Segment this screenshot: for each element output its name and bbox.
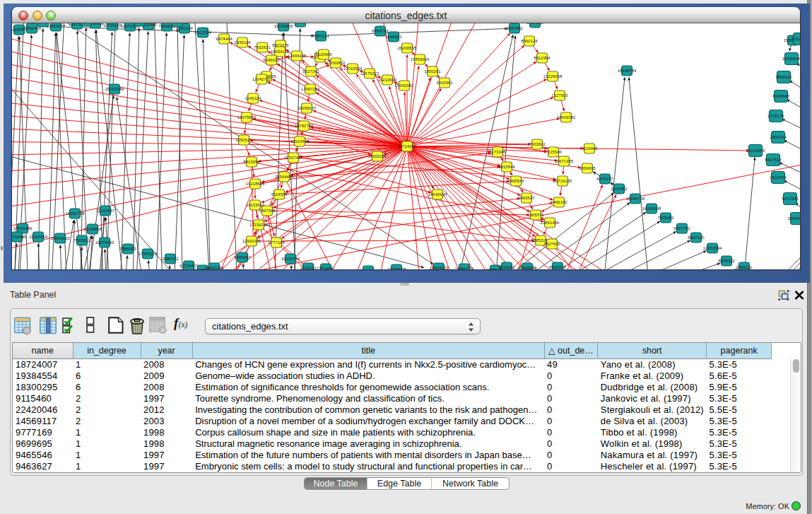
svg-text:10973493: 10973493 — [95, 240, 114, 245]
svg-text:7632621: 7632621 — [254, 45, 271, 49]
svg-text:13226058: 13226058 — [543, 74, 563, 78]
svg-text:9465546: 9465546 — [507, 179, 524, 183]
svg-text:9227342: 9227342 — [302, 69, 319, 74]
svg-text:1527602: 1527602 — [543, 242, 560, 246]
svg-text:12902355: 12902355 — [242, 239, 261, 243]
svg-text:2603144: 2603144 — [770, 135, 787, 139]
svg-text:12042737: 12042737 — [252, 77, 271, 81]
svg-text:7515546: 7515546 — [545, 150, 562, 154]
svg-text:8815544: 8815544 — [498, 165, 515, 169]
svg-text:1173346: 1173346 — [490, 150, 507, 154]
svg-text:14691449: 14691449 — [13, 226, 33, 230]
svg-text:2687682: 2687682 — [506, 26, 523, 30]
svg-text:8186323: 8186323 — [169, 23, 186, 24]
svg-text:8454749: 8454749 — [372, 29, 389, 33]
svg-text:1850261: 1850261 — [424, 69, 441, 74]
svg-text:9657791: 9657791 — [673, 226, 690, 230]
svg-text:10782759: 10782759 — [295, 124, 314, 128]
svg-text:17859924: 17859924 — [411, 57, 430, 62]
svg-text:10671355: 10671355 — [555, 159, 574, 163]
svg-text:6216012: 6216012 — [498, 265, 515, 269]
svg-text:9890112: 9890112 — [776, 75, 793, 79]
svg-text:1145114: 1145114 — [245, 96, 261, 100]
svg-text:9417006: 9417006 — [782, 197, 799, 201]
svg-text:10307487: 10307487 — [284, 156, 303, 160]
svg-text:8813054: 8813054 — [243, 160, 260, 164]
svg-text:16961758: 16961758 — [66, 211, 85, 216]
svg-text:10958107: 10958107 — [298, 106, 317, 110]
svg-text:8912954: 8912954 — [194, 30, 211, 35]
svg-text:12923448: 12923448 — [290, 139, 310, 144]
svg-text:9777169: 9777169 — [268, 240, 285, 245]
svg-text:16409544: 16409544 — [518, 266, 537, 270]
svg-text:17975115: 17975115 — [139, 252, 158, 256]
svg-text:8660124: 8660124 — [521, 39, 538, 43]
svg-text:10120746: 10120746 — [281, 257, 300, 261]
svg-text:18724007: 18724007 — [398, 144, 417, 148]
svg-text:14640934: 14640934 — [428, 192, 447, 197]
svg-text:7485063: 7485063 — [119, 247, 136, 251]
svg-text:19756928: 19756928 — [387, 267, 406, 270]
svg-text:2367608: 2367608 — [526, 23, 543, 25]
svg-text:20364436: 20364436 — [275, 175, 294, 179]
svg-text:10154808: 10154808 — [83, 227, 102, 231]
svg-text:13226058: 13226058 — [34, 23, 53, 24]
svg-text:14495759: 14495759 — [455, 267, 474, 270]
svg-text:12353594: 12353594 — [703, 246, 722, 250]
svg-text:17334216: 17334216 — [249, 223, 269, 227]
svg-text:11675323: 11675323 — [360, 71, 379, 76]
svg-text:16210643: 16210643 — [378, 78, 397, 82]
svg-text:13654923: 13654923 — [430, 266, 449, 270]
svg-text:10046706: 10046706 — [626, 197, 645, 201]
svg-text:3498212: 3498212 — [736, 265, 753, 269]
svg-text:10853267: 10853267 — [47, 24, 66, 28]
svg-text:18407249: 18407249 — [205, 266, 224, 270]
svg-text:7857214: 7857214 — [312, 34, 329, 38]
svg-text:1350515: 1350515 — [235, 138, 252, 142]
svg-text:17010534: 17010534 — [343, 66, 363, 71]
svg-text:16648784: 16648784 — [618, 69, 637, 73]
svg-text:23891406: 23891406 — [541, 221, 560, 225]
svg-text:12213967: 12213967 — [96, 209, 115, 213]
svg-text:19218506: 19218506 — [246, 182, 265, 186]
svg-text:1610753: 1610753 — [770, 175, 787, 180]
svg-text:6479197: 6479197 — [596, 177, 613, 181]
svg-text:1615112: 1615112 — [300, 266, 317, 270]
svg-text:12213369: 12213369 — [746, 148, 765, 153]
svg-text:10719155: 10719155 — [553, 179, 572, 183]
svg-text:9245032: 9245032 — [263, 58, 280, 62]
svg-text:1905571: 1905571 — [527, 213, 544, 217]
svg-text:13716465: 13716465 — [12, 235, 27, 239]
svg-text:12444155: 12444155 — [288, 54, 307, 58]
svg-text:9474444: 9474444 — [216, 37, 233, 41]
svg-text:9129906: 9129906 — [315, 52, 332, 57]
svg-text:26206535: 26206535 — [398, 46, 417, 50]
svg-text:9699695: 9699695 — [579, 166, 596, 170]
svg-text:8427512: 8427512 — [765, 158, 782, 162]
svg-text:3915961: 3915961 — [436, 81, 453, 85]
svg-text:16543382: 16543382 — [557, 115, 576, 119]
svg-text:9527503: 9527503 — [292, 23, 309, 24]
svg-text:9146821: 9146821 — [385, 35, 402, 39]
svg-text:18300295: 18300295 — [368, 154, 387, 158]
svg-text:15692951: 15692951 — [395, 83, 414, 88]
svg-text:19654952: 19654952 — [788, 216, 801, 221]
svg-text:13975857: 13975857 — [237, 115, 257, 119]
svg-text:16409348: 16409348 — [642, 206, 661, 211]
svg-text:17957253: 17957253 — [301, 87, 320, 91]
svg-text:1522514: 1522514 — [360, 269, 377, 270]
svg-text:20053346: 20053346 — [105, 87, 124, 91]
svg-text:3624554: 3624554 — [271, 192, 288, 197]
svg-text:6497568: 6497568 — [259, 209, 276, 213]
svg-text:6466160: 6466160 — [551, 200, 567, 204]
svg-text:2935114: 2935114 — [235, 40, 252, 45]
svg-text:8938923: 8938923 — [549, 265, 566, 269]
svg-text:9463627: 9463627 — [518, 196, 535, 200]
svg-text:8912954: 8912954 — [534, 56, 551, 60]
svg-text:1916682: 1916682 — [611, 187, 628, 191]
svg-text:9115460: 9115460 — [582, 146, 599, 151]
svg-text:1327503: 1327503 — [551, 93, 568, 98]
svg-text:7663822: 7663822 — [529, 142, 546, 146]
svg-text:7955812: 7955812 — [73, 238, 90, 243]
svg-text:8878312: 8878312 — [718, 259, 735, 263]
